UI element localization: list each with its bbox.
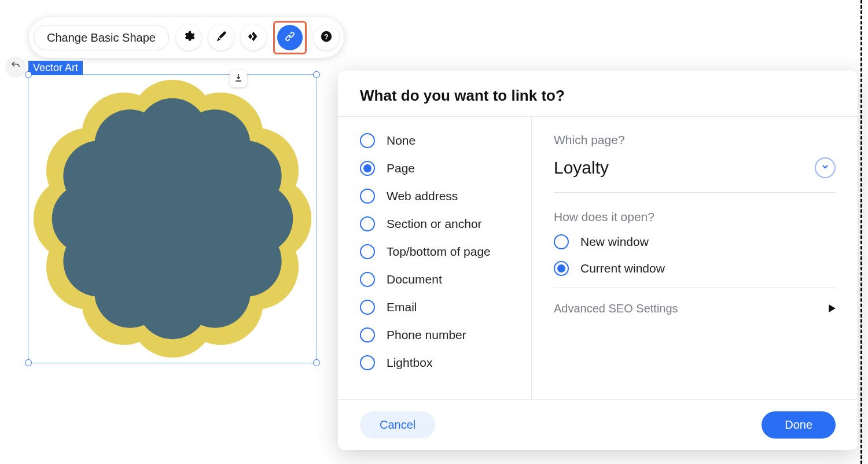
open-mode-label: How does it open?	[554, 210, 836, 224]
settings-button[interactable]	[176, 25, 201, 50]
link-type-label: Top/bottom of page	[387, 245, 491, 259]
link-type-label: Document	[387, 272, 442, 286]
link-icon	[284, 30, 296, 45]
help-icon: ?	[320, 30, 333, 45]
selection-box[interactable]: Vector Art	[28, 74, 317, 363]
vector-art-shape[interactable]	[28, 75, 317, 363]
animation-button[interactable]	[241, 25, 266, 50]
link-type-label: Lightbox	[387, 356, 432, 370]
help-button[interactable]: ?	[314, 25, 339, 50]
radio-icon	[360, 300, 375, 315]
link-type-list: NonePageWeb addressSection or anchorTop/…	[338, 117, 532, 399]
link-type-section-or-anchor[interactable]: Section or anchor	[360, 216, 520, 231]
radio-icon	[554, 261, 569, 276]
link-type-lightbox[interactable]: Lightbox	[360, 355, 520, 370]
radio-icon	[360, 244, 375, 259]
dialog-close-button[interactable]	[818, 87, 836, 105]
undo-button[interactable]	[6, 57, 25, 76]
gear-icon	[182, 30, 195, 45]
which-page-label: Which page?	[554, 133, 836, 147]
page-select[interactable]: Loyalty	[554, 157, 836, 193]
link-type-web-address[interactable]: Web address	[360, 189, 520, 204]
link-button[interactable]	[273, 21, 307, 54]
link-type-label: None	[387, 134, 415, 148]
element-type-tag: Vector Art	[28, 61, 83, 75]
link-type-page[interactable]: Page	[360, 161, 520, 176]
open-mode-new-window[interactable]: New window	[554, 234, 836, 249]
design-button[interactable]	[208, 25, 234, 50]
link-type-label: Email	[387, 300, 417, 314]
radio-icon	[360, 327, 375, 343]
chevron-down-icon	[821, 162, 830, 174]
animation-icon	[247, 30, 260, 45]
radio-icon	[360, 355, 375, 370]
link-type-phone-number[interactable]: Phone number	[360, 327, 520, 343]
shape-toolbar: Change Basic Shape ?	[29, 17, 344, 58]
open-mode-current-window[interactable]: Current window	[554, 261, 836, 276]
radio-icon	[360, 272, 375, 287]
advanced-seo-label: Advanced SEO Settings	[554, 302, 678, 315]
link-dialog: What do you want to link to? NonePageWeb…	[338, 71, 858, 450]
svg-point-27	[84, 131, 260, 307]
change-basic-shape-button[interactable]: Change Basic Shape	[34, 25, 169, 50]
open-mode-label: Current window	[580, 262, 665, 275]
advanced-seo-toggle[interactable]: Advanced SEO Settings	[554, 302, 836, 315]
radio-icon	[360, 216, 375, 231]
link-type-label: Section or anchor	[387, 217, 482, 231]
cancel-button[interactable]: Cancel	[360, 411, 435, 439]
brush-icon	[215, 30, 227, 45]
link-type-none[interactable]: None	[360, 133, 520, 148]
svg-text:?: ?	[324, 32, 329, 41]
dialog-title: What do you want to link to?	[360, 87, 782, 105]
page-select-value: Loyalty	[554, 158, 609, 178]
link-type-top-bottom-of-page[interactable]: Top/bottom of page	[360, 244, 520, 259]
dialog-help-button[interactable]	[792, 87, 809, 105]
page-select-toggle[interactable]	[815, 157, 836, 178]
link-type-label: Page	[387, 161, 415, 175]
link-type-label: Web address	[387, 189, 458, 203]
radio-icon	[360, 189, 375, 204]
radio-icon	[554, 234, 569, 249]
page-edge-guide	[860, 0, 862, 464]
done-button[interactable]: Done	[762, 411, 836, 439]
radio-icon	[360, 161, 375, 176]
open-mode-label: New window	[580, 235, 649, 249]
radio-icon	[360, 133, 375, 148]
undo-icon	[10, 60, 21, 73]
link-type-label: Phone number	[387, 328, 466, 342]
caret-right-icon	[829, 302, 836, 315]
link-type-document[interactable]: Document	[360, 272, 520, 287]
link-type-email[interactable]: Email	[360, 300, 520, 315]
